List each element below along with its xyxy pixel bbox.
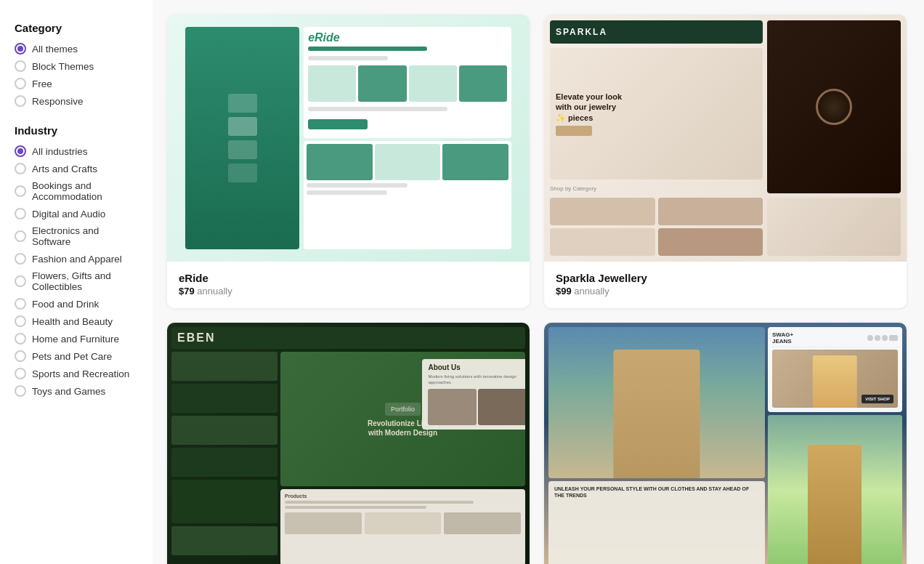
filter-label-fashion: Fashion and Apparel [32,254,122,265]
filter-item-food[interactable]: Food and Drink [15,298,138,310]
sidebar: Category All themes Block Themes Free Re… [0,0,153,564]
filter-label-responsive: Responsive [32,96,84,107]
filter-item-block-themes[interactable]: Block Themes [15,60,138,72]
filter-label-arts-crafts: Arts and Crafts [32,164,97,174]
theme-preview-swag: UNLEASH YOUR PERSONAL STYLE WITH OUR CLO… [544,323,907,564]
filter-label-food: Food and Drink [32,299,99,310]
filter-item-flowers[interactable]: Flowers, Gifts and Collectibles [15,270,138,292]
radio-digital-audio[interactable] [15,208,26,219]
filter-label-pets: Pets and Pet Care [32,351,112,362]
theme-preview-eben: EBEN [167,323,530,564]
filter-label-flowers: Flowers, Gifts and Collectibles [32,270,138,292]
filter-label-all-industries: All industries [32,146,88,157]
filter-item-digital-audio[interactable]: Digital and Audio [15,208,138,219]
radio-free[interactable] [15,78,26,89]
radio-pets[interactable] [15,350,26,362]
filter-item-toys[interactable]: Toys and Games [15,385,138,397]
theme-info-sparkla: Sparkla Jewellery $99 annually [544,262,907,308]
filter-label-free: Free [32,78,52,89]
theme-price-eride: $79 annually [179,286,518,297]
filter-label-bookings: Bookings and Accommodation [32,180,138,202]
filter-item-arts-crafts[interactable]: Arts and Crafts [15,163,138,174]
radio-food[interactable] [15,298,26,310]
theme-price-amount-eride: $79 [179,286,195,297]
radio-home[interactable] [15,333,26,345]
radio-responsive[interactable] [15,95,26,107]
theme-info-eride: eRide $79 annually [167,262,530,308]
radio-arts-crafts[interactable] [15,163,26,174]
filter-label-toys: Toys and Games [32,386,105,397]
category-filter-group: Category All themes Block Themes Free Re… [15,22,138,107]
filter-item-bookings[interactable]: Bookings and Accommodation [15,180,138,202]
filter-item-electronics[interactable]: Electronics and Software [15,225,138,247]
theme-card-sparkla[interactable]: SPARKLA Elevate your lookwith our jewelr… [544,15,907,308]
filter-item-health[interactable]: Health and Beauty [15,315,138,327]
filter-label-sports: Sports and Recreation [32,368,129,379]
filter-item-responsive[interactable]: Responsive [15,95,138,107]
theme-price-amount-sparkla: $99 [556,286,572,297]
industry-title: Industry [15,124,138,137]
radio-sports[interactable] [15,368,26,379]
filter-item-sports[interactable]: Sports and Recreation [15,368,138,379]
filter-label-digital-audio: Digital and Audio [32,209,105,219]
filter-label-electronics: Electronics and Software [32,225,138,247]
radio-toys[interactable] [15,385,26,397]
radio-all-themes[interactable] [15,43,26,55]
radio-electronics[interactable] [15,230,26,242]
filter-label-health: Health and Beauty [32,316,113,327]
theme-price-sparkla: $99 annually [556,286,895,297]
theme-card-swag[interactable]: UNLEASH YOUR PERSONAL STYLE WITH OUR CLO… [544,323,907,564]
radio-bookings[interactable] [15,185,26,197]
theme-price-period-eride: annually [197,286,232,297]
radio-flowers[interactable] [15,275,26,287]
theme-card-eride[interactable]: eRide [167,15,530,308]
industry-filter-group: Industry All industries Arts and Crafts … [15,124,138,397]
radio-block-themes[interactable] [15,60,26,72]
theme-preview-eride: eRide [167,15,530,262]
filter-item-home[interactable]: Home and Furniture [15,333,138,345]
filter-item-pets[interactable]: Pets and Pet Care [15,350,138,362]
filter-item-free[interactable]: Free [15,78,138,89]
themes-grid: eRide [167,15,907,564]
radio-fashion[interactable] [15,253,26,265]
category-title: Category [15,22,138,34]
filter-label-block-themes: Block Themes [32,61,94,72]
radio-health[interactable] [15,315,26,327]
filter-item-fashion[interactable]: Fashion and Apparel [15,253,138,265]
filter-item-all-industries[interactable]: All industries [15,145,138,157]
theme-price-period-sparkla: annually [574,286,609,297]
theme-preview-sparkla: SPARKLA Elevate your lookwith our jewelr… [544,15,907,262]
filter-label-home: Home and Furniture [32,334,119,345]
theme-name-sparkla: Sparkla Jewellery [556,272,895,284]
filter-label-all-themes: All themes [32,44,78,55]
theme-card-eben[interactable]: EBEN [167,323,530,564]
filter-item-all-themes[interactable]: All themes [15,43,138,55]
radio-all-industries[interactable] [15,145,26,157]
themes-main-content: eRide [153,0,924,564]
theme-name-eride: eRide [179,272,518,284]
